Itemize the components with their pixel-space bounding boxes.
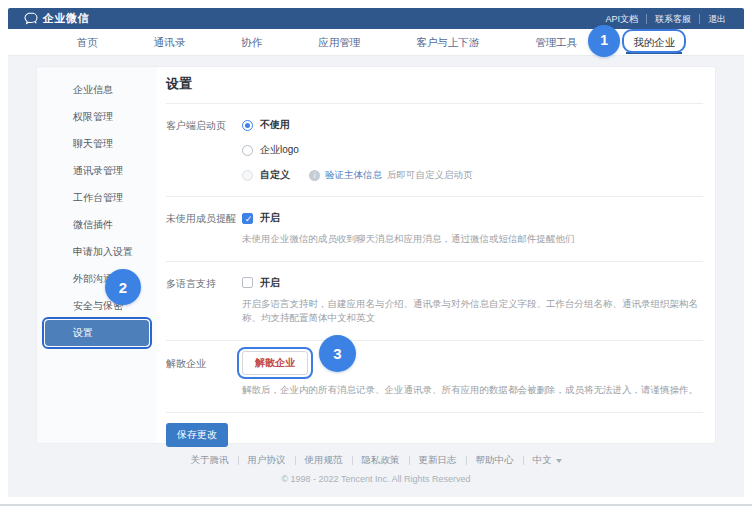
nav-tab-customers[interactable]: 客户与上下游 xyxy=(416,29,479,56)
annotation-step-1: 1 xyxy=(588,25,620,57)
topbar-links: API文档 联系客服 退出 xyxy=(597,14,734,24)
dissolve-company-button[interactable]: 解散企业 xyxy=(242,351,308,375)
nav-tab-home[interactable]: 首页 xyxy=(77,29,98,56)
page-title: 设置 xyxy=(166,67,703,103)
annotation-step-3: 3 xyxy=(319,335,356,372)
verify-subject-link[interactable]: 验证主体信息 xyxy=(325,169,382,182)
verify-hint-suffix: 后即可自定义启动页 xyxy=(387,169,473,182)
sidebar-item-permission-management[interactable]: 权限管理 xyxy=(45,104,149,130)
unused-reminder-label: 未使用成员提醒 xyxy=(166,211,242,247)
language-selector-label: 中文 xyxy=(533,454,552,467)
multilanguage-toggle: 开启 xyxy=(242,276,703,290)
logo-text: 企业微信 xyxy=(43,11,89,26)
option-launch-logo-label[interactable]: 企业logo xyxy=(260,143,299,157)
settings-sidebar: 企业信息 权限管理 聊天管理 通讯录管理 工作台管理 微信插件 申请加入设置 外… xyxy=(37,67,157,443)
nav-tab-contacts[interactable]: 通讯录 xyxy=(154,29,186,56)
footer-link-privacy-policy[interactable]: 隐私政策 xyxy=(353,454,409,467)
footer-link-help-center[interactable]: 帮助中心 xyxy=(467,454,523,467)
annotation-step-2: 2 xyxy=(105,269,141,305)
dissolve-company-label: 解散企业 xyxy=(166,351,242,398)
copyright: © 1998 - 2022 Tencent Inc. All Rights Re… xyxy=(8,474,744,484)
checkbox-unchecked-icon[interactable] xyxy=(242,277,253,288)
checkbox-checked-icon[interactable] xyxy=(242,213,253,224)
option-launch-none-label[interactable]: 不使用 xyxy=(260,118,290,132)
nav-tab-collaboration[interactable]: 协作 xyxy=(241,29,262,56)
footer-link-about-tencent[interactable]: 关于腾讯 xyxy=(182,454,238,467)
nav-tab-app-management[interactable]: 应用管理 xyxy=(318,29,360,56)
active-tab-underline xyxy=(626,52,682,54)
annotation-box-2 xyxy=(42,317,152,349)
unused-reminder-toggle-label[interactable]: 开启 xyxy=(260,211,280,225)
dissolve-company-description: 解散后，企业内的所有消息记录、企业通讯录、所有应用的数据都会被删除，成员将无法进… xyxy=(242,383,703,398)
topbar-link-api-docs[interactable]: API文档 xyxy=(597,14,646,24)
wework-bubble-icon xyxy=(24,12,38,25)
sidebar-item-chat-management[interactable]: 聊天管理 xyxy=(45,131,149,157)
primary-nav: 首页 通讯录 协作 应用管理 客户与上下游 管理工具 我的企业 1 xyxy=(8,29,744,56)
nav-tab-my-company-label: 我的企业 xyxy=(633,36,675,48)
radio-selected-icon[interactable] xyxy=(242,120,253,131)
settings-main: 设置 客户端启动页 不使用 企业logo xyxy=(157,67,715,443)
option-launch-logo: 企业logo xyxy=(242,143,703,157)
launch-page-label: 客户端启动页 xyxy=(166,118,242,182)
topbar: 企业微信 API文档 联系客服 退出 xyxy=(8,8,744,29)
sidebar-item-join-settings[interactable]: 申请加入设置 xyxy=(45,239,149,265)
unused-reminder-toggle: 开启 xyxy=(242,211,703,225)
page-bottom-divider xyxy=(0,504,752,506)
content-background: 企业信息 权限管理 聊天管理 通讯录管理 工作台管理 微信插件 申请加入设置 外… xyxy=(8,56,744,497)
wework-admin-page: 企业微信 API文档 联系客服 退出 首页 通讯录 协作 应用管理 客户与上下游… xyxy=(0,0,752,508)
footer-link-usage-rules[interactable]: 使用规范 xyxy=(296,454,352,467)
option-launch-custom-label: 自定义 xyxy=(260,168,290,182)
sidebar-item-contacts-management[interactable]: 通讯录管理 xyxy=(45,158,149,184)
save-row: 保存更改 xyxy=(166,412,703,447)
section-unused-member-reminder: 未使用成员提醒 开启 未使用企业微信的成员收到聊天消息和应用消息，通过微信或短信… xyxy=(166,196,703,261)
nav-tab-admin-tools[interactable]: 管理工具 xyxy=(535,29,577,56)
option-launch-none: 不使用 xyxy=(242,118,703,132)
save-changes-button[interactable]: 保存更改 xyxy=(166,423,228,447)
option-launch-custom: 自定义 i 验证主体信息 后即可自定义启动页 xyxy=(242,168,703,182)
section-launch-page: 客户端启动页 不使用 企业logo 自定义 xyxy=(166,103,703,196)
topbar-link-logout[interactable]: 退出 xyxy=(699,14,734,24)
footer-link-user-agreement[interactable]: 用户协议 xyxy=(239,454,295,467)
logo: 企业微信 xyxy=(24,11,89,26)
sidebar-item-workbench-management[interactable]: 工作台管理 xyxy=(45,185,149,211)
info-icon: i xyxy=(309,170,320,181)
unused-reminder-description: 未使用企业微信的成员收到聊天消息和应用消息，通过微信或短信邮件提醒他们 xyxy=(242,232,703,247)
footer-link-changelog[interactable]: 更新日志 xyxy=(410,454,466,467)
sidebar-item-settings[interactable]: 设置 xyxy=(45,320,149,346)
sidebar-item-corp-info[interactable]: 企业信息 xyxy=(45,77,149,103)
multilanguage-description: 开启多语言支持时，自建应用名与介绍、通讯录与对外信息自定义字段、工作台分组名称、… xyxy=(242,297,703,326)
radio-disabled-icon xyxy=(242,170,253,181)
dissolve-button-wrapper: 解散企业 3 xyxy=(242,351,308,375)
section-dissolve-company: 解散企业 解散企业 3 解散后，企业内的所有消息记录、企业通讯录、所有应用的数据… xyxy=(166,340,703,412)
topbar-link-contact-support[interactable]: 联系客服 xyxy=(646,14,699,24)
sidebar-item-wechat-plugin[interactable]: 微信插件 xyxy=(45,212,149,238)
language-selector[interactable]: 中文 xyxy=(524,454,571,467)
footer-links: 关于腾讯 用户协议 使用规范 隐私政策 更新日志 帮助中心 中文 xyxy=(8,454,744,467)
nav-tab-my-company[interactable]: 我的企业 1 xyxy=(633,29,675,56)
radio-unselected-icon[interactable] xyxy=(242,145,253,156)
launch-custom-hint: i 验证主体信息 后即可自定义启动页 xyxy=(309,169,473,182)
settings-card: 企业信息 权限管理 聊天管理 通讯录管理 工作台管理 微信插件 申请加入设置 外… xyxy=(36,66,716,444)
multilanguage-label: 多语言支持 xyxy=(166,276,242,326)
caret-down-icon xyxy=(556,459,562,463)
section-multilanguage: 多语言支持 开启 开启多语言支持时，自建应用名与介绍、通讯录与对外信息自定义字段… xyxy=(166,261,703,340)
sidebar-item-settings-label: 设置 xyxy=(73,327,93,338)
footer: 关于腾讯 用户协议 使用规范 隐私政策 更新日志 帮助中心 中文 © 1998 … xyxy=(8,454,744,484)
multilanguage-toggle-label[interactable]: 开启 xyxy=(260,276,280,290)
